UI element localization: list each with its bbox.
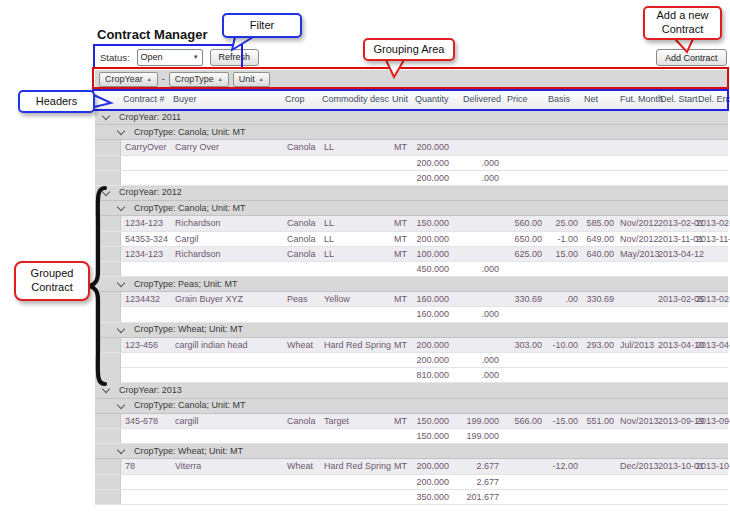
column-header-commodity-desc[interactable]: Commodity desc xyxy=(320,94,390,104)
table-row[interactable]: 54353-324CargilCanolaLLMT200.000650.00-1… xyxy=(95,232,728,247)
collapse-chevron-icon[interactable] xyxy=(117,127,125,135)
group-chip-label: Unit xyxy=(239,74,255,84)
year-group-row[interactable]: CropYear: 2013 xyxy=(95,383,728,398)
collapse-chevron-icon[interactable] xyxy=(117,446,125,454)
cell-basis xyxy=(546,368,582,383)
status-dropdown[interactable]: Open ▼ xyxy=(137,49,203,66)
cell-net xyxy=(582,353,618,368)
add-contract-button[interactable]: Add Contract xyxy=(656,49,727,66)
cell-buyer xyxy=(171,156,283,171)
cell-contract: 54353-324 xyxy=(121,232,171,247)
table-row[interactable]: 123-456cargill indian headWheatHard Red … xyxy=(95,338,728,353)
cell-buyer: Richardson xyxy=(171,216,283,231)
type-group-row[interactable]: CropType: Peas; Unit: MT xyxy=(95,277,728,292)
cell-qty: 200.000 xyxy=(413,338,461,353)
column-header-del-start[interactable]: Del. Start xyxy=(658,94,696,104)
cell-fut xyxy=(618,292,658,307)
grouping-area[interactable]: CropYear▲-CropType▲Unit▲ xyxy=(95,70,728,89)
total-row[interactable]: 200.000.000 xyxy=(95,171,728,186)
column-header-fut-month[interactable]: Fut. Month xyxy=(618,94,658,104)
cell-crop: Wheat xyxy=(283,459,320,474)
row-indent-cell xyxy=(95,140,121,155)
cell-del: 199.000 xyxy=(461,429,505,444)
subtotal-row[interactable]: 200.000.000 xyxy=(95,156,728,171)
cell-dend: 2013-09-30 xyxy=(696,414,728,429)
column-header-price[interactable]: Price xyxy=(505,94,546,104)
cell-buyer: Grain Buyer XYZ xyxy=(171,292,283,307)
refresh-button[interactable]: Refresh xyxy=(210,49,260,66)
table-row[interactable]: 78ViterraWheatHard Red SpringMT200.0002.… xyxy=(95,459,728,474)
cell-net xyxy=(582,140,618,155)
cell-crop: Canola xyxy=(283,247,320,262)
collapse-chevron-icon[interactable] xyxy=(117,279,125,287)
column-header-crop[interactable]: Crop xyxy=(283,94,320,104)
column-header-del-end[interactable]: Del. End xyxy=(696,94,728,104)
subtotal-row[interactable]: 450.000.000 xyxy=(95,262,728,277)
cell-dend xyxy=(696,307,728,322)
column-header-net[interactable]: Net xyxy=(582,94,618,104)
subtotal-row[interactable]: 200.000.000 xyxy=(95,353,728,368)
column-header-contract-[interactable]: Contract # xyxy=(121,94,171,104)
year-group-row[interactable]: CropYear: 2012 xyxy=(95,186,728,201)
cell-net xyxy=(582,307,618,322)
collapse-chevron-icon[interactable] xyxy=(117,203,125,211)
collapse-chevron-icon[interactable] xyxy=(117,324,125,332)
group-chip-cropyear[interactable]: CropYear▲ xyxy=(99,72,158,87)
column-header-unit[interactable]: Unit xyxy=(390,94,413,104)
type-group-row[interactable]: CropType: Canola; Unit: MT xyxy=(95,399,728,414)
cell-dend xyxy=(696,156,728,171)
total-row[interactable]: 350.000201.677 xyxy=(95,490,728,505)
subtotal-row[interactable]: 200.0002.677 xyxy=(95,475,728,490)
cell-crop: Canola xyxy=(283,232,320,247)
row-indent-cell xyxy=(95,232,121,247)
total-row[interactable]: 810.000.000 xyxy=(95,368,728,383)
cell-fut xyxy=(618,368,658,383)
column-header-buyer[interactable]: Buyer xyxy=(171,94,283,104)
cell-qty: 200.000 xyxy=(413,459,461,474)
table-row[interactable]: 1234432Grain Buyer XYZPeasYellowMT160.00… xyxy=(95,292,728,307)
collapse-chevron-icon[interactable] xyxy=(102,188,110,196)
callout-grouping-area-label: Grouping Area xyxy=(374,43,445,57)
year-group-row[interactable]: CropYear: 2011 xyxy=(95,110,728,125)
cell-price xyxy=(505,429,546,444)
type-group-row[interactable]: CropType: Canola; Unit: MT xyxy=(95,125,728,140)
cell-buyer xyxy=(171,307,283,322)
collapse-chevron-icon[interactable] xyxy=(102,385,110,393)
cell-crop: Canola xyxy=(283,140,320,155)
cell-dstart xyxy=(658,490,696,505)
cell-dend: 2013-11-29 xyxy=(696,232,728,247)
cell-dend xyxy=(696,429,728,444)
callout-headers-label: Headers xyxy=(36,95,78,109)
type-group-row[interactable]: CropType: Canola; Unit: MT xyxy=(95,201,728,216)
cell-qty: 150.000 xyxy=(413,429,461,444)
collapse-chevron-icon[interactable] xyxy=(117,400,125,408)
cell-unit: MT xyxy=(390,216,413,231)
column-header-basis[interactable]: Basis xyxy=(546,94,582,104)
table-row[interactable]: 1234-123RichardsonCanolaLLMT150.000560.0… xyxy=(95,216,728,231)
cell-del: .000 xyxy=(461,353,505,368)
cell-comm xyxy=(320,368,390,383)
callout-grouping-area: Grouping Area xyxy=(363,38,455,61)
cell-comm xyxy=(320,262,390,277)
collapse-chevron-icon[interactable] xyxy=(102,112,110,120)
table-row[interactable]: 1234-123RichardsonCanolaLLMT100.000625.0… xyxy=(95,247,728,262)
group-label: CropType: Canola; Unit: MT xyxy=(134,125,246,140)
cell-fut: May/2013 xyxy=(618,247,658,262)
cell-del xyxy=(461,292,505,307)
group-chip-croptype[interactable]: CropType▲ xyxy=(169,72,229,87)
type-group-row[interactable]: CropType: Wheat; Unit: MT xyxy=(95,444,728,459)
cell-buyer: Viterra xyxy=(171,459,283,474)
group-chip-unit[interactable]: Unit▲ xyxy=(233,72,270,87)
cell-del: .000 xyxy=(461,171,505,186)
table-row[interactable]: CarryOverCarry OverCanolaLLMT200.000 xyxy=(95,140,728,155)
table-row[interactable]: 345-678cargillCanolaTargetMT150.000199.0… xyxy=(95,414,728,429)
subtotal-row[interactable]: 150.000199.000 xyxy=(95,429,728,444)
cell-fut xyxy=(618,140,658,155)
column-header-delivered[interactable]: Delivered xyxy=(461,94,505,104)
cell-unit xyxy=(390,490,413,505)
column-header-quantity[interactable]: Quantity xyxy=(413,94,461,104)
row-indent-cell xyxy=(95,262,121,277)
type-group-row[interactable]: CropType: Wheat; Unit: MT xyxy=(95,323,728,338)
subtotal-row[interactable]: 160.000.000 xyxy=(95,307,728,322)
cell-comm xyxy=(320,171,390,186)
